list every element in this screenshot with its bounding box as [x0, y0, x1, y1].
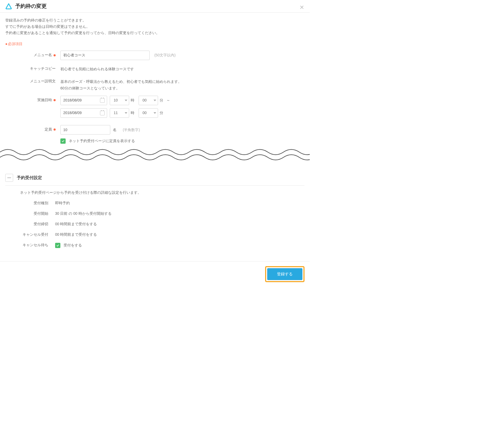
start-min-select[interactable]: 00 [139, 96, 158, 105]
menu-name-hint: (50文字以内) [154, 53, 176, 57]
label-catch-copy: キャッチコピー [5, 64, 60, 71]
datetime-start-line: 2018/08/09 10 時 00 分 ～ [60, 96, 304, 105]
intro-line-1: 登録済みの予約枠の修正を行うことができます。 [5, 17, 304, 24]
label-description: メニュー説明文 [5, 77, 60, 84]
required-legend: 必須項目 [5, 42, 304, 46]
collapse-button[interactable] [5, 174, 13, 182]
capacity-checkbox-label: ネット予約受付ページに定員を表示する [69, 139, 135, 143]
row-reception-deadline: 受付締切 00 時間前まで受付をする [0, 222, 310, 227]
minus-icon [7, 178, 11, 178]
label-menu-name: メニュー名 [5, 51, 60, 57]
value-catch-copy: 初心者でも気軽に始められる体験コースです [60, 64, 304, 72]
required-dot [54, 54, 56, 56]
required-dot [54, 128, 56, 131]
footer: 登録する [0, 261, 310, 288]
chevron-down-icon [125, 112, 127, 114]
start-date-input[interactable]: 2018/08/09 [60, 96, 107, 105]
end-hour-select[interactable]: 11 [110, 108, 129, 118]
menu-name-input[interactable] [60, 51, 150, 60]
close-icon[interactable]: × [300, 3, 304, 12]
label-capacity: 定員 [5, 125, 60, 132]
row-datetime: 実施日時 2018/08/09 10 時 00 分 ～ 201 [5, 96, 304, 121]
chevron-down-icon [154, 100, 156, 101]
content-area: 登録済みの予約枠の修正を行うことができます。 すでに予約がある場合は日時の変更は… [0, 13, 310, 144]
reception-section-intro: ネット予約受付ページから予約を受け付ける際の詳細な設定を行います。 [0, 186, 310, 195]
chevron-down-icon [154, 112, 156, 114]
page-title: 予約枠の変更 [15, 3, 47, 10]
value-description: 基本のポーズ・呼吸法から教えるため、初心者でも気軽に始められます。 60分の体験… [60, 77, 304, 92]
row-menu-name: メニュー名 (50文字以内) [5, 51, 304, 60]
capacity-input[interactable] [60, 125, 110, 135]
intro-line-2: すでに予約がある場合は日時の変更はできません。 [5, 24, 304, 30]
capacity-display-checkbox[interactable] [60, 138, 66, 144]
waitlist-checkbox[interactable] [55, 243, 60, 248]
logo-icon [5, 3, 12, 10]
row-reception-type: 受付種別 即時予約 [0, 201, 310, 206]
calendar-icon [100, 111, 105, 115]
chevron-down-icon [125, 100, 127, 101]
label-datetime: 実施日時 [5, 96, 60, 103]
reception-section-title: 予約受付設定 [17, 175, 42, 181]
required-dot [54, 99, 56, 101]
datetime-end-line: 2018/08/09 11 時 00 分 [60, 108, 304, 118]
start-hour-select[interactable]: 10 [110, 96, 129, 105]
submit-button[interactable]: 登録する [267, 268, 302, 280]
end-min-select[interactable]: 00 [139, 108, 158, 118]
content-omission-divider [0, 147, 310, 163]
submit-highlight: 登録する [265, 266, 304, 282]
intro-line-3: 予約者に変更があることを通知して予約の変更を行ってから、日時の変更を行ってくださ… [5, 30, 304, 36]
dialog-header: 予約枠の変更 × [0, 0, 310, 13]
check-icon [56, 244, 60, 247]
row-waitlist: キャンセル待ち 受付をする [0, 243, 310, 248]
row-description: メニュー説明文 基本のポーズ・呼吸法から教えるため、初心者でも気軽に始められます… [5, 77, 304, 92]
check-icon [61, 139, 65, 143]
row-reception-start: 受付開始 30 日前 の 00 時から受付開始する [0, 211, 310, 216]
capacity-hint: (半角数字) [123, 128, 140, 132]
end-date-input[interactable]: 2018/08/09 [60, 108, 107, 118]
reception-section-header: 予約受付設定 [0, 174, 310, 182]
row-cancel-reception: キャンセル受付 00 時間前まで受付をする [0, 232, 310, 237]
row-catch-copy: キャッチコピー 初心者でも気軽に始められる体験コースです [5, 64, 304, 72]
row-capacity: 定員 名 (半角数字) ネット予約受付ページに定員を表示する [5, 125, 304, 144]
calendar-icon [100, 98, 105, 103]
